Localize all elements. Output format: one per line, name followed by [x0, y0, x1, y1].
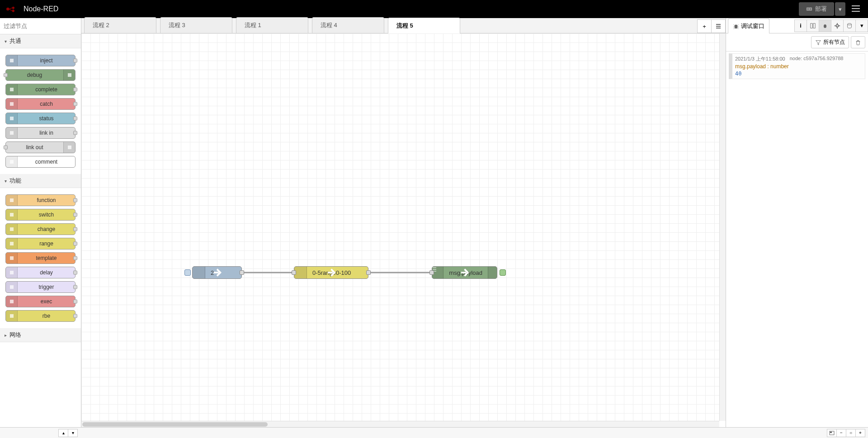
palette-node-label: trigger [18, 284, 75, 290]
debug-clear-button[interactable] [851, 36, 865, 48]
palette-category-function[interactable]: 功能 [0, 174, 81, 188]
change-icon [6, 224, 18, 235]
palette-node-template[interactable]: template [5, 252, 75, 264]
node-port-in[interactable] [292, 270, 296, 275]
palette-node-exec[interactable]: exec [5, 296, 75, 307]
palette-node-link-in[interactable]: link in [5, 127, 75, 139]
canvas-scrollbar-horizontal[interactable] [81, 421, 719, 427]
palette-node-label: exec [18, 298, 75, 305]
palette-search-input[interactable] [3, 21, 78, 31]
palette-node-comment[interactable]: comment [5, 156, 75, 168]
view-navigator[interactable] [827, 429, 837, 437]
node-port-in[interactable] [429, 270, 434, 275]
deploy-icon [806, 6, 812, 12]
svg-point-5 [810, 9, 811, 10]
palette-category-network[interactable]: 网络 [0, 328, 81, 342]
flow-tab[interactable]: 流程 3 [160, 17, 232, 33]
function-icon [6, 195, 18, 206]
palette-collapse-up[interactable]: ▴ [58, 429, 68, 437]
palette-node-link-out[interactable]: link out [5, 141, 75, 153]
deploy-button[interactable]: 部署 [799, 2, 834, 16]
debug-topic: msg.payload : number [735, 63, 862, 70]
link-in-icon [6, 127, 18, 138]
svg-rect-7 [68, 73, 71, 77]
palette-collapse-down[interactable]: ▾ [68, 429, 78, 437]
filter-icon [815, 39, 821, 46]
flow-tab[interactable]: 流程 5 [388, 18, 460, 33]
palette-node-label: change [18, 226, 75, 232]
palette-node-catch[interactable]: catch [5, 98, 75, 110]
svg-point-1 [12, 7, 14, 9]
switch-icon [6, 209, 18, 220]
debug-message[interactable]: 2021/1/3 上午11:58:00node: c597a756.929788… [729, 53, 865, 79]
palette-node-trigger[interactable]: trigger [5, 281, 75, 293]
zoom-out[interactable]: − [836, 429, 846, 437]
list-flows-button[interactable] [711, 19, 726, 33]
svg-rect-17 [10, 242, 14, 245]
svg-rect-22 [10, 314, 14, 318]
palette-category-common[interactable]: 共通 [0, 34, 81, 48]
flow-node-range[interactable]: 0-5range0-100 [294, 266, 368, 279]
deploy-label: 部署 [815, 5, 827, 13]
sidebar-tool-debug[interactable] [819, 19, 831, 32]
svg-rect-6 [10, 59, 14, 62]
flow-tab[interactable]: 流程 1 [236, 17, 308, 33]
debug-filter-label: 所有节点 [823, 38, 845, 46]
sidebar-tab-label: 调试窗口 [741, 22, 764, 30]
palette-node-label: comment [18, 159, 75, 165]
canvas-scrollbar-vertical[interactable] [719, 33, 726, 421]
debug-filter-button[interactable]: 所有节点 [811, 36, 849, 48]
svg-rect-12 [68, 146, 71, 149]
sidebar-tool-more[interactable]: ▾ [855, 19, 868, 32]
palette-node-status[interactable]: status [5, 113, 75, 124]
nodered-logo [5, 5, 20, 13]
complete-icon [6, 84, 18, 95]
flow-node-inject[interactable]: 2 [192, 266, 242, 279]
comment-icon [6, 156, 18, 167]
palette-node-label: switch [18, 212, 75, 218]
palette-node-label: function [18, 197, 75, 203]
flow-tab[interactable]: 流程 2 [84, 17, 156, 33]
add-flow-button[interactable]: + [697, 19, 712, 33]
debug-icon [63, 70, 75, 80]
zoom-in[interactable]: + [855, 429, 865, 437]
palette-node-debug[interactable]: debug [5, 69, 75, 81]
palette-node-complete[interactable]: complete [5, 84, 75, 95]
node-port-out[interactable] [366, 270, 371, 275]
workspace: 流程 2流程 3流程 1流程 4流程 5+ 20-5range0-100msg.… [81, 18, 726, 427]
sidebar-tool-help[interactable] [807, 19, 819, 32]
palette-node-switch[interactable]: switch [5, 209, 75, 221]
book-icon [810, 23, 816, 29]
app-title: Node-RED [24, 5, 58, 13]
sidebar-tool-config[interactable] [831, 19, 844, 32]
sidebar-tool-context[interactable] [843, 19, 856, 32]
trash-icon [855, 39, 861, 46]
flow-canvas[interactable]: 20-5range0-100msg.payload [81, 33, 719, 421]
svg-rect-14 [10, 198, 14, 202]
palette-node-label: complete [18, 86, 75, 93]
palette-node-function[interactable]: function [5, 194, 75, 206]
svg-rect-9 [10, 102, 14, 106]
palette-node-label: catch [18, 101, 75, 107]
catch-icon [6, 99, 18, 109]
svg-rect-11 [10, 131, 14, 135]
palette-node-inject[interactable]: inject [5, 55, 75, 66]
palette-node-rbe[interactable]: rbe [5, 310, 75, 322]
palette-node-label: debug [6, 72, 63, 78]
main-menu-button[interactable] [849, 3, 863, 16]
sidebar-tab-debug[interactable]: 调试窗口 [728, 19, 769, 33]
debug-sidebar: 调试窗口 i ▾ 所有节点 2021/1/3 上午11:58:00node: c… [726, 18, 868, 427]
svg-point-24 [824, 24, 826, 28]
inject-button[interactable] [184, 269, 191, 276]
app-header: Node-RED 部署 ▾ [0, 0, 868, 18]
flow-tab[interactable]: 流程 4 [312, 17, 384, 33]
flow-node-debug[interactable]: msg.payload [432, 266, 497, 279]
node-port-out[interactable] [240, 270, 244, 275]
zoom-reset[interactable]: ○ [846, 429, 856, 437]
palette-node-delay[interactable]: delay [5, 267, 75, 278]
deploy-dropdown[interactable]: ▾ [835, 2, 845, 16]
sidebar-tool-info[interactable]: i [794, 19, 807, 32]
palette-node-change[interactable]: change [5, 223, 75, 235]
palette-node-range[interactable]: range [5, 238, 75, 250]
trigger-icon [6, 282, 18, 292]
